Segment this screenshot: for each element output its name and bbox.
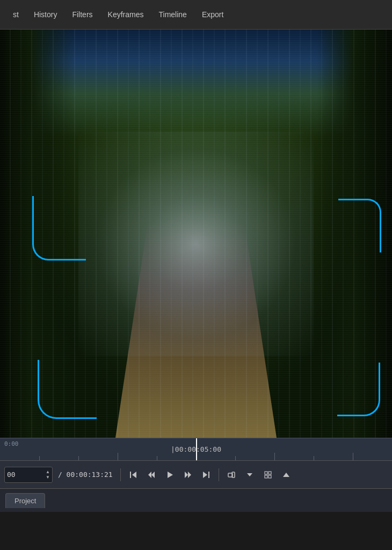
grid-button[interactable] xyxy=(260,467,276,483)
svg-rect-14 xyxy=(265,475,267,478)
bracket-bottom-right xyxy=(337,363,380,416)
loop-button[interactable] xyxy=(223,467,239,483)
svg-rect-7 xyxy=(208,472,209,478)
play-button[interactable] xyxy=(162,467,178,483)
ruler-tick xyxy=(274,453,275,460)
timeline-ruler: 0:00 |00:00:05:00 xyxy=(0,438,392,460)
ruler-tick xyxy=(314,456,314,460)
ruler-tick xyxy=(353,453,353,460)
svg-rect-12 xyxy=(265,472,267,474)
timecode-input[interactable] xyxy=(7,471,45,479)
svg-rect-0 xyxy=(130,472,131,478)
menu-item-filters[interactable]: Filters xyxy=(64,7,100,22)
svg-marker-16 xyxy=(283,473,289,477)
total-duration: / 00:00:13:21 xyxy=(55,471,116,479)
svg-marker-11 xyxy=(247,473,252,476)
ruler-tick xyxy=(235,456,236,460)
skip-to-end-button[interactable] xyxy=(198,467,214,483)
fast-forward-button[interactable] xyxy=(180,467,196,483)
menu-item-export[interactable]: Export xyxy=(194,7,231,22)
menu-item-timeline[interactable]: Timeline xyxy=(151,7,194,22)
menu-item-recent[interactable]: st xyxy=(5,7,26,22)
bracket-bottom-left xyxy=(38,360,97,419)
svg-marker-3 xyxy=(151,472,155,478)
bracket-top-right xyxy=(338,199,381,252)
playhead[interactable] xyxy=(196,438,197,460)
project-tab[interactable]: Project xyxy=(5,493,45,508)
ctrl-separator-2 xyxy=(219,468,219,481)
project-tabs: · · · · · · Project xyxy=(0,488,392,512)
svg-marker-8 xyxy=(203,472,207,478)
svg-marker-5 xyxy=(185,472,188,478)
dropdown-button[interactable] xyxy=(242,467,258,483)
rewind-button[interactable] xyxy=(143,467,159,483)
more-options-button[interactable] xyxy=(278,467,294,483)
menu-item-keyframes[interactable]: Keyframes xyxy=(100,7,151,22)
timecode-spinners[interactable]: ▲ ▼ xyxy=(46,469,50,480)
svg-rect-15 xyxy=(268,475,271,478)
menu-bar: st History Filters Keyframes Timeline Ex… xyxy=(0,0,392,30)
ruler-tick xyxy=(78,456,79,460)
ruler-tick xyxy=(39,456,40,460)
skip-to-start-button[interactable] xyxy=(125,467,141,483)
timecode-up-arrow[interactable]: ▲ xyxy=(46,469,50,475)
video-canvas xyxy=(0,30,392,438)
svg-marker-1 xyxy=(132,472,136,478)
svg-rect-13 xyxy=(268,472,271,474)
svg-marker-2 xyxy=(148,472,151,478)
svg-marker-4 xyxy=(168,472,173,478)
ctrl-separator-1 xyxy=(120,468,121,481)
timecode-input-group[interactable]: ▲ ▼ xyxy=(4,467,53,483)
timecode-down-arrow[interactable]: ▼ xyxy=(46,475,50,480)
video-preview xyxy=(0,30,392,438)
svg-rect-10 xyxy=(232,472,235,477)
svg-marker-6 xyxy=(188,472,191,478)
controls-bar: ▲ ▼ / 00:00:13:21 xyxy=(0,460,392,488)
bracket-top-left xyxy=(32,196,86,260)
ruler-tick xyxy=(157,456,157,460)
menu-item-history[interactable]: History xyxy=(26,7,65,22)
ruler-tick xyxy=(118,453,118,460)
